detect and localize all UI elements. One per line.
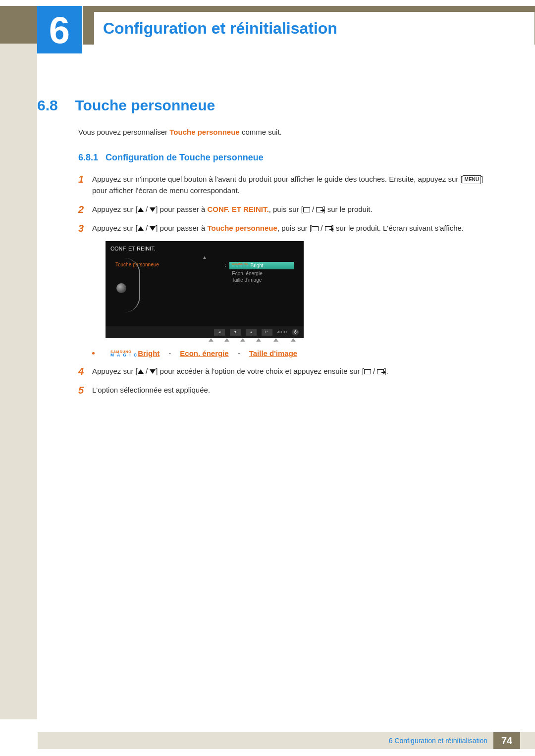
step-2-c: , puis sur [ — [269, 205, 303, 213]
triangle-down-icon — [150, 369, 156, 374]
osd-tick-row — [106, 338, 304, 344]
bullet-dot-icon — [92, 352, 95, 354]
triangle-up-icon — [138, 207, 144, 212]
osd-btn-back-icon: ◂ — [214, 329, 225, 336]
step-3-text: Appuyez sur [ / ] pour passer à Touche p… — [92, 222, 499, 234]
step-3-a: Appuyez sur [ — [92, 224, 138, 232]
subsection-title: Configuration de Touche personneue — [106, 152, 264, 162]
footer-right-spacer — [520, 732, 535, 749]
step-1: 1 Appuyez sur n'importe quel bouton à l'… — [78, 173, 499, 197]
step-3-b: ] pour passer à — [156, 224, 207, 232]
step-4: 4 Appuyez sur [ / ] pour accéder à l'opt… — [78, 365, 499, 377]
options-bullet: SAMSUNG M A G I C Bright - Econ. énergie… — [92, 349, 499, 357]
rect-icon — [303, 207, 310, 212]
osd-btn-enter-icon: ↵ — [262, 329, 272, 336]
step-2-bold: CONF. ET REINIT. — [207, 205, 268, 213]
step-3-c: , puis sur [ — [277, 224, 312, 232]
step-3-bold: Touche personneue — [207, 224, 277, 232]
footer-page-number: 74 — [493, 732, 520, 749]
samsung-magic-logo: SAMSUNGM A G I C — [232, 263, 249, 268]
step-5-num: 5 — [78, 384, 92, 396]
step-2: 2 Appuyez sur [ / ] pour passer à CONF. … — [78, 203, 499, 215]
step-3-d: ] sur le produit. L'écran suivant s'affi… — [332, 224, 464, 232]
triangle-up-icon — [138, 369, 144, 374]
osd-tick-icon — [288, 338, 299, 342]
osd-screenshot: CONF. ET REINIT. ▲ Touche personneue : S… — [106, 241, 304, 344]
triangle-down-icon — [150, 226, 156, 231]
link-taille-image[interactable]: Taille d'image — [249, 349, 298, 357]
left-gutter — [0, 44, 37, 719]
subsection-number: 6.8.1 — [78, 152, 98, 162]
step-1-text: Appuyez sur n'importe quel bouton à l'av… — [92, 173, 499, 197]
osd-tick-icon — [253, 338, 264, 342]
osd-tick-icon — [221, 338, 232, 342]
step-3-num: 3 — [78, 222, 92, 234]
step-5: 5 L'option sélectionnée est appliquée. — [78, 384, 499, 396]
magic-text: M A G I C — [110, 353, 138, 357]
step-2-b: ] pour passer à — [156, 205, 207, 213]
step-2-a: Appuyez sur [ — [92, 205, 138, 213]
osd-item-taille: Taille d'image — [229, 277, 294, 283]
chapter-title-box: Configuration et réinitialisation — [94, 12, 535, 45]
intro-paragraph: Vous pouvez personnaliser Touche personn… — [78, 128, 282, 136]
osd-btn-power-icon: ⏻ — [292, 329, 299, 336]
step-4-text: Appuyez sur [ / ] pour accéder à l'optio… — [92, 365, 499, 377]
osd-btn-down-icon: ▾ — [230, 329, 241, 336]
step-4-b: ] pour accéder à l'option de votre choix… — [156, 367, 364, 375]
osd-scroll-up-icon: ▲ — [106, 254, 304, 262]
osd-colon: : — [225, 262, 226, 270]
triangle-up-icon — [138, 226, 144, 231]
osd-btn-auto: AUTO — [277, 329, 287, 336]
osd-item-econ: Econ. énergie — [229, 270, 294, 277]
step-2-d: ] sur le produit. — [323, 205, 372, 213]
rect-icon — [312, 226, 319, 231]
triangle-down-icon — [150, 207, 156, 212]
osd-panel: CONF. ET REINIT. ▲ Touche personneue : S… — [106, 241, 304, 326]
step-4-a: Appuyez sur [ — [92, 367, 138, 375]
step-2-num: 2 — [78, 203, 92, 215]
section-heading: 6.8 Touche personneue — [37, 97, 215, 114]
osd-arc-icon — [124, 258, 140, 312]
rect-enter-icon — [325, 226, 332, 231]
section-title: Touche personneue — [75, 97, 215, 113]
bright-text: Bright — [249, 263, 264, 268]
osd-button-row: ◂ ▾ ▴ ↵ AUTO ⏻ — [106, 326, 304, 338]
option-samsung-magic-bright: SAMSUNG M A G I C Bright — [110, 349, 160, 357]
menu-button-icon: MENU — [463, 175, 481, 185]
link-bright[interactable]: Bright — [138, 349, 160, 357]
step-1-num: 1 — [78, 173, 92, 185]
samsung-magic-logo: SAMSUNG M A G I C — [110, 351, 138, 357]
subsection-heading: 6.8.1 Configuration de Touche personneue — [78, 152, 264, 163]
footer: 6 Configuration et réinitialisation 74 — [0, 732, 535, 749]
osd-selected-option: SAMSUNGM A G I C Bright — [229, 262, 294, 269]
chapter-title: Configuration et réinitialisation — [103, 19, 337, 38]
magic-text: M A G I C — [232, 265, 249, 268]
step-4-num: 4 — [78, 365, 92, 377]
steps-list: 1 Appuyez sur n'importe quel bouton à l'… — [78, 173, 499, 403]
rect-enter-icon — [377, 369, 384, 374]
section-number: 6.8 — [37, 97, 73, 114]
intro-prefix: Vous pouvez personnaliser — [78, 128, 169, 136]
osd-tick-icon — [206, 338, 216, 342]
dash-2: - — [238, 349, 240, 357]
step-5-text: L'option sélectionnée est appliquée. — [92, 384, 499, 396]
footer-chapter-label: 6 Configuration et réinitialisation — [38, 732, 493, 749]
chapter-number-box: 6 — [37, 6, 83, 53]
link-econ-energie[interactable]: Econ. énergie — [180, 349, 228, 357]
rect-enter-icon — [316, 207, 323, 212]
rect-icon — [364, 369, 371, 374]
dash-1: - — [168, 349, 171, 357]
intro-suffix: comme suit. — [240, 128, 282, 136]
step-1-text-a: Appuyez sur n'importe quel bouton à l'av… — [92, 175, 463, 183]
osd-tick-icon — [269, 338, 283, 342]
osd-title: CONF. ET REINIT. — [106, 244, 304, 254]
step-2-text: Appuyez sur [ / ] pour passer à CONF. ET… — [92, 203, 499, 215]
osd-btn-up-icon: ▴ — [246, 329, 257, 336]
step-3: 3 Appuyez sur [ / ] pour passer à Touche… — [78, 222, 499, 234]
chapter-number: 6 — [49, 8, 70, 51]
intro-bold: Touche personneue — [169, 128, 239, 136]
osd-tick-icon — [237, 338, 248, 342]
footer-left-spacer — [0, 732, 38, 749]
